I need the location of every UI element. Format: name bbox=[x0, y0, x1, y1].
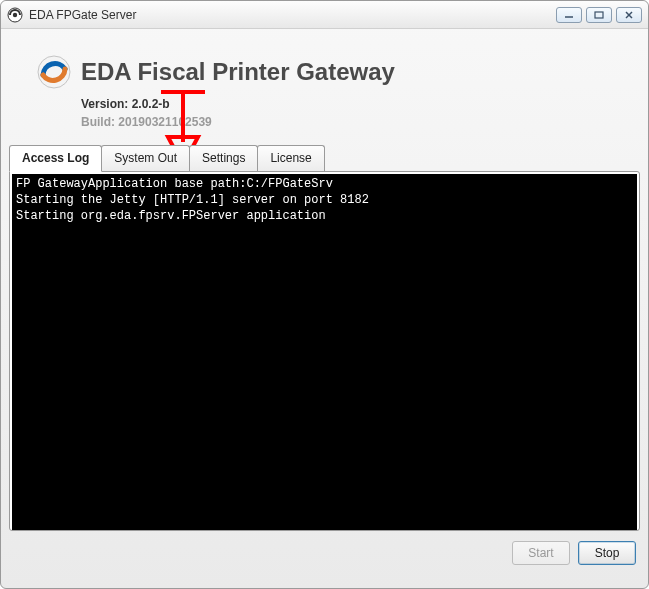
header: EDA Fiscal Printer Gateway Version: 2.0.… bbox=[1, 29, 648, 139]
build-label: Build: 20190321102539 bbox=[81, 115, 628, 129]
tab-access-log[interactable]: Access Log bbox=[9, 145, 102, 172]
close-button[interactable] bbox=[616, 7, 642, 23]
tab-license[interactable]: License bbox=[257, 145, 324, 171]
window-title: EDA FPGate Server bbox=[29, 8, 556, 22]
app-window: EDA FPGate Server EDA Fiscal Printer G bbox=[0, 0, 649, 589]
window-controls bbox=[556, 7, 642, 23]
tab-label: License bbox=[270, 151, 311, 165]
stop-button[interactable]: Stop bbox=[578, 541, 636, 565]
titlebar: EDA FPGate Server bbox=[1, 1, 648, 29]
tab-system-out[interactable]: System Out bbox=[101, 145, 190, 171]
tab-settings[interactable]: Settings bbox=[189, 145, 258, 171]
tab-strip: Access Log System Out Settings License bbox=[1, 145, 648, 171]
tab-label: Access Log bbox=[22, 151, 89, 165]
svg-point-1 bbox=[13, 12, 17, 16]
tab-label: System Out bbox=[114, 151, 177, 165]
start-button[interactable]: Start bbox=[512, 541, 570, 565]
brand-title: EDA Fiscal Printer Gateway bbox=[81, 58, 395, 86]
tab-label: Settings bbox=[202, 151, 245, 165]
app-logo-icon bbox=[37, 55, 71, 89]
app-icon bbox=[7, 7, 23, 23]
console-output[interactable]: FP GatewayApplication base path:C:/FPGat… bbox=[12, 174, 637, 530]
brand-row: EDA Fiscal Printer Gateway bbox=[37, 55, 628, 89]
console-panel: FP GatewayApplication base path:C:/FPGat… bbox=[9, 171, 640, 531]
svg-rect-3 bbox=[595, 12, 603, 18]
version-label: Version: 2.0.2-b bbox=[81, 97, 628, 111]
minimize-button[interactable] bbox=[556, 7, 582, 23]
footer: Start Stop bbox=[1, 531, 648, 575]
maximize-button[interactable] bbox=[586, 7, 612, 23]
